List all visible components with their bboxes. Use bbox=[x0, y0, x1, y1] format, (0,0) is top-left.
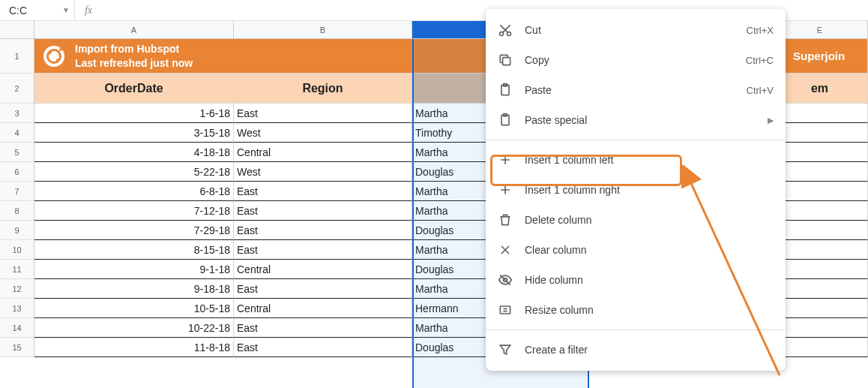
cell-region[interactable]: East bbox=[234, 338, 412, 357]
ctx-delete[interactable]: Delete column bbox=[486, 205, 786, 235]
row-header-11[interactable]: 11 bbox=[0, 260, 34, 279]
header-region[interactable]: Region bbox=[234, 74, 412, 104]
paste-icon bbox=[498, 83, 513, 98]
ctx-paste-shortcut: Ctrl+V bbox=[747, 85, 774, 96]
ctx-insert-right[interactable]: Insert 1 column right bbox=[486, 175, 786, 205]
col-header-a[interactable]: A bbox=[34, 21, 234, 39]
cell-region[interactable]: East bbox=[234, 104, 412, 123]
ctx-clear[interactable]: Clear column bbox=[486, 235, 786, 265]
trash-icon bbox=[498, 212, 513, 227]
cell-e[interactable]: s bbox=[772, 279, 868, 299]
row-header-10[interactable]: 10 bbox=[0, 240, 34, 260]
svg-rect-8 bbox=[500, 306, 510, 314]
ctx-filter[interactable]: Create a filter bbox=[486, 335, 786, 365]
row-header-8[interactable]: 8 bbox=[0, 201, 34, 221]
superjoin-badge[interactable]: Superjoin bbox=[772, 39, 868, 74]
ctx-cut[interactable]: Cut Ctrl+X bbox=[486, 15, 786, 45]
cell-date[interactable]: 11-8-18 bbox=[34, 338, 234, 357]
cell-region[interactable]: East bbox=[234, 201, 412, 221]
ctx-filter-label: Create a filter bbox=[525, 344, 774, 356]
row-header-6[interactable]: 6 bbox=[0, 162, 34, 182]
ctx-clear-label: Clear column bbox=[525, 244, 774, 256]
row-headers: 1 2 3 4 5 6 7 8 9 10 11 12 13 14 15 bbox=[0, 21, 34, 388]
name-box-value: C:C bbox=[9, 5, 27, 17]
ctx-paste-special[interactable]: Paste special ▶ bbox=[486, 105, 786, 135]
banner-text: Import from Hubspot Last refreshed just … bbox=[75, 42, 193, 69]
context-menu: Cut Ctrl+X Copy Ctrl+C Paste Ctrl+V Past… bbox=[486, 9, 786, 371]
row-header-3[interactable]: 3 bbox=[0, 104, 34, 123]
row-header-7[interactable]: 7 bbox=[0, 182, 34, 201]
cell-e[interactable]: er bbox=[772, 299, 868, 318]
ctx-copy-label: Copy bbox=[525, 54, 734, 66]
hubspot-icon bbox=[43, 46, 64, 67]
ctx-insert-left[interactable]: Insert 1 column left bbox=[486, 145, 786, 175]
cell-date[interactable]: 3-15-18 bbox=[34, 123, 234, 143]
row-header-9[interactable]: 9 bbox=[0, 221, 34, 240]
paste-special-icon bbox=[498, 113, 513, 128]
cell-e[interactable]: er bbox=[772, 221, 868, 240]
cell-date[interactable]: 10-5-18 bbox=[34, 299, 234, 318]
cell-date[interactable]: 7-12-18 bbox=[34, 201, 234, 221]
cell-region[interactable]: East bbox=[234, 279, 412, 299]
cell-e[interactable] bbox=[772, 162, 868, 182]
cell-e[interactable] bbox=[772, 318, 868, 338]
cell-region[interactable]: Central bbox=[234, 260, 412, 279]
row-header-1[interactable]: 1 bbox=[0, 39, 34, 74]
cell-date[interactable]: 9-18-18 bbox=[34, 279, 234, 299]
select-all-corner[interactable] bbox=[0, 21, 34, 39]
cell-region[interactable]: Central bbox=[234, 299, 412, 318]
row-header-15[interactable]: 15 bbox=[0, 338, 34, 357]
svg-rect-2 bbox=[503, 58, 510, 65]
cell-region[interactable]: East bbox=[234, 182, 412, 201]
col-header-b[interactable]: B bbox=[234, 21, 412, 39]
ctx-paste[interactable]: Paste Ctrl+V bbox=[486, 75, 786, 105]
ctx-paste-special-label: Paste special bbox=[525, 114, 756, 126]
ctx-copy[interactable]: Copy Ctrl+C bbox=[486, 45, 786, 75]
row-header-5[interactable]: 5 bbox=[0, 143, 34, 162]
cell-region[interactable]: West bbox=[234, 123, 412, 143]
cell-e[interactable] bbox=[772, 143, 868, 162]
filter-icon bbox=[498, 342, 513, 357]
row-header-12[interactable]: 12 bbox=[0, 279, 34, 299]
cell-date[interactable]: 8-15-18 bbox=[34, 240, 234, 260]
cell-date[interactable]: 10-22-18 bbox=[34, 318, 234, 338]
banner-title: Import from Hubspot bbox=[75, 42, 193, 56]
ctx-resize[interactable]: Resize column bbox=[486, 295, 786, 325]
ctx-insert-right-label: Insert 1 column right bbox=[525, 184, 774, 196]
svg-point-0 bbox=[500, 32, 504, 36]
row-header-2[interactable]: 2 bbox=[0, 74, 34, 104]
cell-date[interactable]: 7-29-18 bbox=[34, 221, 234, 240]
cell-date[interactable]: 6-8-18 bbox=[34, 182, 234, 201]
cell-region[interactable]: West bbox=[234, 162, 412, 182]
row-header-14[interactable]: 14 bbox=[0, 318, 34, 338]
cell-date[interactable]: 5-22-18 bbox=[34, 162, 234, 182]
cell-e[interactable] bbox=[772, 240, 868, 260]
submenu-arrow-icon: ▶ bbox=[768, 116, 774, 125]
chevron-down-icon: ▼ bbox=[62, 6, 70, 14]
col-header-e[interactable]: E bbox=[772, 21, 868, 39]
cell-region[interactable]: East bbox=[234, 240, 412, 260]
ctx-cut-shortcut: Ctrl+X bbox=[747, 25, 774, 36]
row-header-13[interactable]: 13 bbox=[0, 299, 34, 318]
cell-e[interactable]: er bbox=[772, 201, 868, 221]
cell-region[interactable]: East bbox=[234, 318, 412, 338]
cell-date[interactable]: 9-1-18 bbox=[34, 260, 234, 279]
cell-date[interactable]: 1-6-18 bbox=[34, 104, 234, 123]
header-orderdate[interactable]: OrderDate bbox=[34, 74, 234, 104]
cell-region[interactable]: Central bbox=[234, 143, 412, 162]
cell-e[interactable] bbox=[772, 123, 868, 143]
row-header-4[interactable]: 4 bbox=[0, 123, 34, 143]
cell-date[interactable]: 4-18-18 bbox=[34, 143, 234, 162]
hide-icon bbox=[498, 272, 513, 287]
cell-region[interactable]: East bbox=[234, 221, 412, 240]
header-e[interactable]: em bbox=[772, 74, 868, 104]
ctx-hide[interactable]: Hide column bbox=[486, 265, 786, 295]
cell-e[interactable] bbox=[772, 260, 868, 279]
resize-icon bbox=[498, 302, 513, 317]
name-box[interactable]: C:C ▼ bbox=[0, 0, 75, 20]
cell-e[interactable] bbox=[772, 338, 868, 357]
cell-e[interactable]: er bbox=[772, 182, 868, 201]
ctx-resize-label: Resize column bbox=[525, 304, 774, 316]
cell-e[interactable] bbox=[772, 104, 868, 123]
fx-icon: fx bbox=[75, 0, 102, 20]
